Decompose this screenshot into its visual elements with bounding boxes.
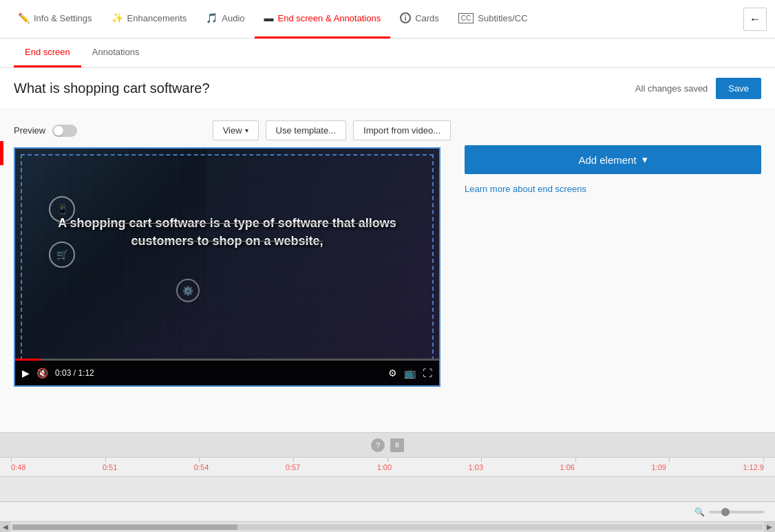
page-header: What is shopping cart software? All chan… (0, 68, 775, 109)
tab-audio[interactable]: 🎵 Audio (196, 0, 254, 39)
add-element-label: Add element (578, 154, 636, 166)
timeline-pause-button[interactable]: ⏸ (390, 438, 404, 452)
fullscreen-button[interactable]: ⛶ (423, 368, 432, 379)
cast-button[interactable]: 📺 (404, 368, 416, 379)
left-panel: Preview View ▾ Use template... Import fr… (14, 120, 451, 387)
timeline-ruler: 0:48 0:51 0:54 0:57 1:00 1:03 1:06 1:09 … (0, 458, 775, 477)
learn-more-link[interactable]: Learn more about end screens (465, 184, 761, 194)
time-total: 1:12 (78, 368, 94, 378)
controls-bar: Preview View ▾ Use template... Import fr… (14, 120, 451, 140)
view-dropdown-icon: ▾ (245, 127, 248, 134)
audio-icon: 🎵 (206, 12, 217, 23)
sub-tabs-bar: End screen Annotations (0, 39, 775, 68)
zoom-slider-track[interactable] (709, 511, 764, 513)
back-button[interactable]: ← (743, 8, 767, 31)
right-panel: Add element ▾ Learn more about end scree… (465, 120, 761, 387)
timeline-help-button[interactable]: ? (371, 438, 385, 452)
selection-box (21, 154, 434, 361)
use-template-button[interactable]: Use template... (266, 120, 346, 140)
pause-icon: ⏸ (394, 441, 401, 449)
scroll-track[interactable] (12, 524, 763, 530)
import-from-video-button[interactable]: Import from video... (353, 120, 451, 140)
add-element-arrow-icon: ▾ (642, 153, 648, 166)
tab-info[interactable]: ✏️ Info & Settings (8, 0, 102, 39)
back-arrow-icon: ← (750, 13, 761, 25)
main-content: Preview View ▾ Use template... Import fr… (0, 109, 775, 398)
view-button[interactable]: View ▾ (213, 120, 259, 140)
sub-tab-annotations-label: Annotations (92, 47, 140, 57)
video-overlay-text: A shopping cart software is a type of so… (58, 215, 397, 249)
tab-end-screen[interactable]: ▬ End screen & Annotations (255, 0, 391, 39)
video-controls-bar: ▶ 🔇 0:03 / 1:12 ⚙ 📺 ⛶ (15, 361, 439, 385)
add-element-button[interactable]: Add element ▾ (465, 145, 761, 174)
subtitles-icon: CC (458, 13, 474, 23)
scroll-thumb[interactable] (12, 524, 237, 530)
page-title: What is shopping cart software? (14, 81, 210, 96)
preview-label: Preview (14, 125, 45, 136)
scroll-right-arrow[interactable]: ▶ (764, 522, 775, 533)
tab-info-label: Info & Settings (34, 13, 92, 23)
cards-icon: i (400, 12, 411, 23)
play-button[interactable]: ▶ (22, 368, 30, 379)
tab-audio-label: Audio (222, 13, 244, 23)
sub-tab-end-screen-label: End screen (25, 47, 70, 57)
settings-button[interactable]: ⚙ (388, 368, 397, 379)
mute-button[interactable]: 🔇 (36, 368, 48, 379)
pencil-icon: ✏️ (18, 12, 30, 23)
help-icon: ? (376, 441, 380, 449)
toggle-knob (54, 126, 63, 136)
ruler-ticks (0, 458, 775, 476)
enhancements-icon: ✨ (112, 12, 123, 23)
red-side-indicator (0, 141, 3, 165)
scroll-left-arrow[interactable]: ◀ (0, 522, 11, 533)
tab-cards[interactable]: i Cards (390, 0, 449, 39)
header-right: All changes saved Save (635, 78, 761, 99)
tab-enhancements[interactable]: ✨ Enhancements (102, 0, 197, 39)
timeline-track (0, 477, 775, 502)
save-button[interactable]: Save (716, 78, 761, 99)
tab-end-screen-label: End screen & Annotations (278, 13, 381, 23)
zoom-controls: 🔍 (694, 507, 764, 517)
time-separator: / (71, 368, 78, 378)
timeline-section: ? ⏸ 0:48 0:51 0:54 0:57 1:00 1:03 1:06 1… (0, 432, 775, 532)
preview-toggle[interactable] (52, 125, 77, 137)
sub-tab-annotations[interactable]: Annotations (81, 39, 151, 67)
tab-subtitles[interactable]: CC Subtitles/CC (449, 0, 538, 39)
learn-more-label: Learn more about end screens (465, 184, 586, 194)
time-display: 0:03 / 1:12 (55, 368, 94, 378)
zoom-icon: 🔍 (694, 507, 705, 517)
scroll-controls-row: 🔍 (0, 502, 775, 521)
end-screen-nav-icon: ▬ (264, 12, 274, 23)
changes-saved-label: All changes saved (635, 83, 708, 94)
view-button-label: View (223, 125, 242, 136)
tab-cards-label: Cards (415, 13, 439, 23)
horizontal-scrollbar: ◀ ▶ (0, 521, 775, 532)
video-container[interactable]: 📱 🛒 ⚙️ A shopping cart software is a typ… (14, 147, 440, 387)
video-text-strikethrough: A shopping cart software is a type of so… (58, 216, 396, 247)
sub-tab-end-screen[interactable]: End screen (14, 39, 81, 67)
tab-subtitles-label: Subtitles/CC (478, 13, 527, 23)
time-current: 0:03 (55, 368, 71, 378)
top-nav: ✏️ Info & Settings ✨ Enhancements 🎵 Audi… (0, 0, 775, 39)
zoom-slider-thumb[interactable] (721, 508, 730, 516)
timeline-toolbar: ? ⏸ (0, 433, 775, 458)
tab-enhancements-label: Enhancements (127, 13, 187, 23)
